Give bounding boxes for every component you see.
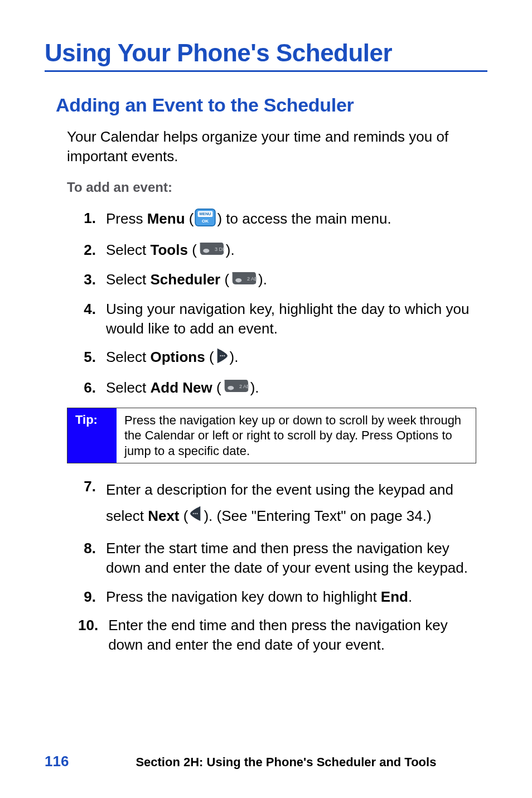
step-1: 1. Press Menu () to access the main menu… — [78, 209, 482, 231]
page-number: 116 — [45, 753, 69, 770]
step-bold: Tools — [151, 241, 188, 258]
steps-list-continued: 7. Enter a description for the event usi… — [78, 477, 482, 655]
section-label: Section 2H: Using the Phone's Scheduler … — [136, 755, 436, 770]
step-text: Select — [106, 379, 151, 396]
tip-label: Tip: — [67, 408, 117, 463]
step-9: 9. Press the navigation key down to high… — [78, 587, 482, 607]
step-number: 1. — [78, 209, 106, 231]
key-3-icon: 3 DEF — [198, 241, 225, 261]
step-text: Enter the end time and then press the na… — [108, 616, 482, 655]
step-number: 8. — [78, 539, 106, 578]
step-number: 4. — [78, 299, 106, 338]
step-bold: Next — [148, 507, 179, 524]
step-3: 3. Select Scheduler (2 ABC). — [78, 270, 482, 291]
step-10: 10. Enter the end time and then press th… — [78, 616, 482, 655]
svg-text:2 ABC: 2 ABC — [247, 276, 257, 282]
step-text: Enter the start time and then press the … — [106, 539, 482, 578]
step-8: 8. Enter the start time and then press t… — [78, 539, 482, 578]
step-5: 5. Select Options (). — [78, 347, 482, 369]
step-bold: Options — [151, 349, 205, 365]
steps-list: 1. Press Menu () to access the main menu… — [78, 209, 482, 398]
tip-body: Press the navigation key up or down to s… — [117, 408, 476, 463]
step-bold: Scheduler — [151, 271, 221, 288]
key-2-icon: 2 ABC — [223, 379, 249, 398]
softkey-left-icon — [189, 504, 202, 530]
step-text: Select — [106, 241, 151, 258]
softkey-right-icon — [215, 347, 229, 369]
menu-ok-key-icon — [195, 209, 216, 231]
step-text: Select — [106, 271, 151, 288]
step-text: Press — [106, 211, 147, 228]
step-6: 6. Select Add New (2 ABC). — [78, 378, 482, 399]
footer: 116 Section 2H: Using the Phone's Schedu… — [45, 753, 487, 770]
page-title: Using Your Phone's Scheduler — [45, 39, 487, 67]
step-bold: End — [381, 588, 408, 605]
step-bold: Add New — [151, 379, 212, 396]
section-subtitle: Adding an Event to the Scheduler — [56, 94, 487, 116]
step-7: 7. Enter a description for the event usi… — [78, 477, 482, 530]
step-text: . (See "Entering Text" on page 34.) — [209, 507, 432, 524]
step-bold: Menu — [147, 211, 185, 228]
step-number: 2. — [78, 240, 106, 261]
step-4: 4. Using your navigation key, highlight … — [78, 299, 482, 338]
lead-text: To add an event: — [67, 180, 487, 195]
step-number: 3. — [78, 270, 106, 291]
step-text: . — [263, 271, 267, 288]
svg-text:2 ABC: 2 ABC — [239, 384, 249, 389]
step-text: to access the main menu. — [222, 211, 391, 228]
step-text: . — [234, 349, 238, 365]
step-number: 6. — [78, 378, 106, 399]
step-text: Using your navigation key, highlight the… — [106, 299, 482, 338]
intro-text: Your Calendar helps organize your time a… — [67, 127, 482, 166]
step-2: 2. Select Tools (3 DEF). — [78, 240, 482, 261]
key-2-icon: 2 ABC — [230, 271, 257, 291]
svg-text:3 DEF: 3 DEF — [215, 246, 225, 252]
step-text: . — [230, 241, 234, 258]
step-text: Press the navigation key down to highlig… — [106, 588, 381, 605]
title-divider — [45, 70, 487, 72]
step-number: 5. — [78, 347, 106, 369]
step-number: 10. — [78, 616, 108, 655]
step-number: 9. — [78, 587, 106, 607]
tip-box: Tip: Press the navigation key up or down… — [67, 408, 476, 464]
step-text: . — [255, 379, 259, 396]
step-text: Select — [106, 349, 151, 365]
step-number: 7. — [78, 477, 106, 530]
step-text: . — [408, 588, 412, 605]
